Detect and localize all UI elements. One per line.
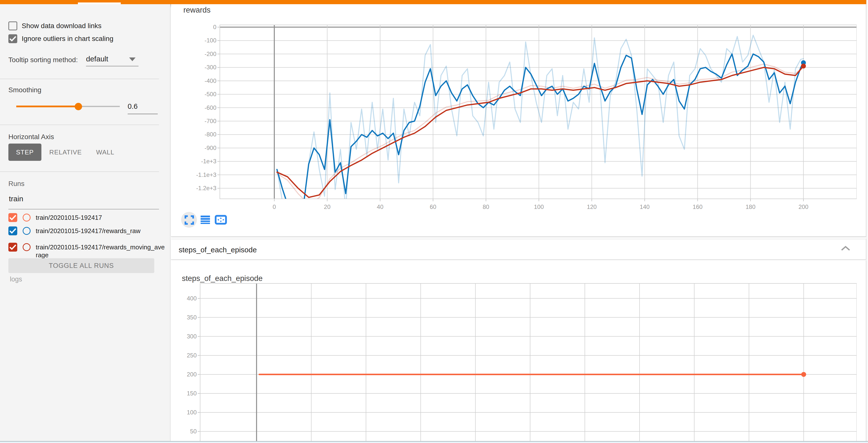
steps-y-tick-label: 400 [165,295,197,302]
rewards-y-tick-label: -200 [184,50,216,58]
rewards-y-tick-label: -600 [184,104,216,112]
rewards-y-tick-label: -100 [184,37,216,44]
rewards-x-tick-label: 0 [262,203,287,211]
run-color-circle[interactable] [23,243,31,251]
rewards-y-tick-label: -1.1e+3 [184,171,216,179]
steps-chart-title: steps_of_each_episode [182,274,262,283]
rewards-y-tick-label: -1e+3 [184,158,216,165]
sidebar-divider [0,124,159,125]
axis-relative-button[interactable]: RELATIVE [48,144,83,161]
horizontal-axis-label: Horizontal Axis [8,133,54,141]
checkmark-icon [9,35,17,42]
rewards-x-tick-label: 140 [632,203,657,211]
smoothing-value[interactable]: 0.6 [128,102,158,111]
run-label: train/20201015-192417/rewards_moving_ave… [36,243,166,259]
rewards-y-tick-label: -300 [184,64,216,71]
rewards-x-tick-label: 80 [474,203,498,211]
run-checkbox[interactable] [8,243,17,252]
axis-wall-button[interactable]: WALL [94,144,116,161]
rewards-y-tick-label: -800 [184,131,216,138]
sidebar-divider [0,171,159,172]
rewards-y-tick-label: -500 [184,91,216,98]
fit-domain-to-data-icon[interactable] [215,215,227,225]
runs-filter-underline [8,209,159,209]
smoothing-label: Smoothing [8,86,41,94]
rewards-x-tick-label: 40 [368,203,392,211]
ignore-outliers-checkbox[interactable] [8,34,17,43]
steps-y-tick-label: 150 [165,390,197,397]
rewards-y-tick-label: -400 [184,77,216,85]
show-download-links-checkbox[interactable] [8,22,17,30]
rewards-y-tick-label: 0 [184,24,216,31]
rewards-y-tick-label: -1.2e+3 [184,184,216,192]
chevron-up-icon[interactable] [840,245,851,252]
runs-selector-lines-icon[interactable] [200,215,210,225]
steps-y-tick-label: 250 [165,352,197,359]
smoothing-slider-fill [16,106,79,107]
toggle-all-runs-button[interactable]: TOGGLE ALL RUNS [8,258,154,273]
axis-step-button[interactable]: STEP [8,144,41,161]
section-header-steps-of-each-episode[interactable]: steps_of_each_episode [171,239,866,260]
run-label: train/20201015-192417 [36,214,166,222]
rewards-y-tick-label: -900 [184,144,216,152]
checkmark-icon [9,244,17,250]
section-title: steps_of_each_episode [179,246,257,254]
viewport-bottom-strip [0,442,868,443]
steps-y-tick-label: 50 [165,428,197,435]
runs-filter-input[interactable]: train [9,195,23,203]
show-download-links-label: Show data download links [22,22,101,30]
active-tab-underline [78,2,121,4]
ignore-outliers-label: Ignore outliers in chart scaling [22,35,113,43]
rewards-chart-title: rewards [183,6,211,14]
smoothing-slider-thumb[interactable] [75,103,82,110]
logs-path-label: logs [10,275,22,283]
rewards-x-tick-label: 100 [527,203,551,211]
rewards-y-tick-label: -700 [184,117,216,125]
rewards-x-tick-label: 60 [421,203,445,211]
page-scrollbar[interactable] [866,0,868,443]
smoothing-value-underline [128,114,158,114]
checkmark-icon [9,214,17,221]
run-color-circle[interactable] [23,227,31,235]
settings-sidebar: Show data download links Ignore outliers… [0,4,170,443]
dropdown-caret-icon[interactable] [129,57,135,61]
run-checkbox[interactable] [8,227,17,235]
top-app-bar [0,0,866,4]
rewards-x-tick-label: 200 [791,203,816,211]
steps-chart-plot[interactable] [197,283,857,443]
rewards-x-tick-label: 160 [685,203,710,211]
sidebar-divider [0,79,159,79]
tooltip-sorting-dropdown[interactable]: default [86,55,108,63]
run-checkbox[interactable] [8,213,17,222]
steps-y-tick-label: 200 [165,371,197,378]
run-label: train/20201015-192417/rewards_raw [36,227,166,235]
runs-label: Runs [8,180,24,188]
expand-card-icon[interactable] [185,215,194,225]
rewards-x-tick-label: 180 [738,203,763,211]
tooltip-sorting-label: Tooltip sorting method: [8,56,78,64]
steps-y-tick-label: 100 [165,409,197,416]
steps-y-tick-label: 300 [165,333,197,340]
rewards-chart-plot[interactable] [217,25,857,203]
checkmark-icon [9,228,17,234]
tensorboard-app: Show data download links Ignore outliers… [0,0,868,443]
rewards-x-tick-label: 120 [580,203,604,211]
run-color-circle[interactable] [23,214,31,222]
steps-y-tick-label: 350 [165,314,197,321]
rewards-x-tick-label: 20 [315,203,340,211]
dropdown-underline [86,66,138,66]
